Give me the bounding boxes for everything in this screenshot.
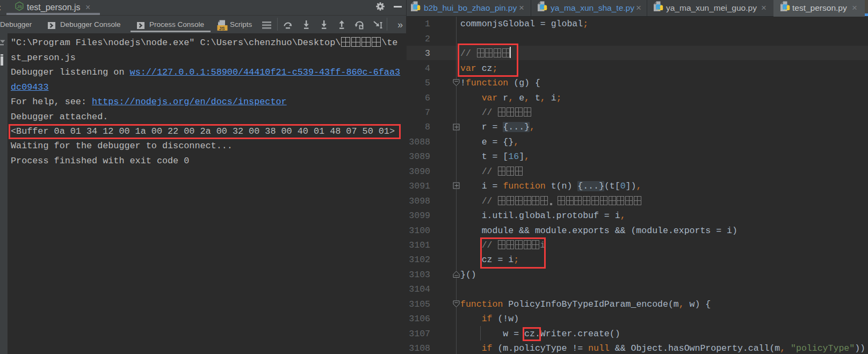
svg-text:JS: JS	[219, 26, 225, 31]
svg-text:JS: JS	[17, 4, 22, 9]
